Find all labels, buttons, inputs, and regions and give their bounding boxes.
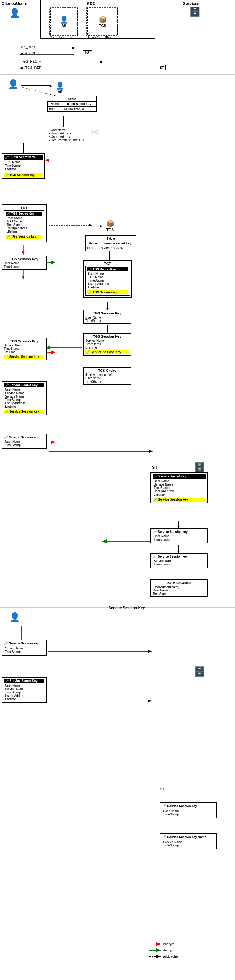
service-session-key-detect: Service Session Key [109,606,145,610]
tgs-actor-2: 📦 TGS [93,217,127,235]
green-arrow-from-st-1 [102,539,150,544]
service-session-key-box-left: 🗝️ Service Session key User NameTimeStam… [2,434,46,449]
arrow-client-as: ▶ [21,85,51,86]
as-actor-2: 👤 AS [51,79,69,96]
client-actor-top: 👤 [9,8,20,18]
client-secret-key-label: ClientSecretKey [50,36,72,39]
services-db-bottom: 🗄️ [194,666,205,677]
arrow-tgs-sk3-left [46,345,83,350]
tgt-box-left: TGT 🗝️ TGS Secret Key User NameTGS NameT… [2,205,46,242]
arrow-tgt-tgs-down: ▼ [107,302,107,308]
arrow-tgs-sk-down: ▼ [107,325,107,331]
st-ssk-user-ts: 🗝️ Service Session key User NameTimeStam… [160,802,217,818]
client-actor-bottom: 👤 [9,612,20,622]
tgs-cache-box: TGS Cache (UserAuthenticator)User NameTi… [83,367,131,385]
arrow-bottom-ssk2-right [47,699,152,704]
tgs-rep-label: ← TGS_REP [21,66,41,69]
tgs-session-key-left: TGS Session Key User NameTimeStamp [2,256,46,270]
arrow-as-down: ▼ [63,116,64,127]
bottom-service-session-key: 🗝️ Service Session key Service NameTimeS… [2,640,46,655]
tgt-box-tgs: TGT 🗝️ TGS Secret Key User NameTGS NameT… [83,260,132,298]
tgs-session-key-3: TGS Session Key Service NameTimeStampLif… [83,333,131,356]
arrow-req-down: ▼ [23,143,24,153]
services-db-st: 🗄️ [194,461,205,473]
request-box: • UserName • UserIpAddress • UserIpAddre… [47,127,100,143]
red-arrow-ssk-right [46,440,55,445]
tgs-session-key-4-left: TGS Session Key Service NameTimeStampLif… [2,338,46,360]
arrow-st-sk-down2: ▼ [178,545,179,552]
svg-line-7 [20,87,56,96]
st-ssk-name: 🗝️ Service Session key Name Service Name… [160,834,217,849]
red-arrow-to-ssk [46,350,55,355]
as-req-label: AS_REQ → [21,45,39,49]
tgs-table: Table Name service secret key PRT 9ad89d… [85,235,136,251]
services-header: Services [183,1,200,6]
st-title-2: ST [160,787,164,791]
tgs-session-key-tgs: TGS Session Key User NameTimeStamp [83,310,131,324]
service-secret-key-label: ServiceSecretKey [87,36,111,39]
st-service-secret-key: 🗝️ Service Secret Key User NameService N… [150,473,208,503]
tgt-badge-top: TGT [83,50,93,55]
green-arrow-tgs-sk [46,260,55,265]
clients-header: Clients/Users [2,1,27,6]
client-secret-key-box: 🗝️ Client Secret Key TOS NameTimeStampLi… [2,153,45,179]
arrow-to-tgs [48,223,93,228]
services-db-top: 🗄️ [189,6,201,17]
tgs-req-label: TGS_REQ → [21,59,42,63]
as-box: 👤 AS [50,8,77,35]
st-service-session-key-1: 🗝️ Service Session key User NameTimeStam… [150,528,208,543]
st-service-session-key-2: 🗝️ Service Session key Service NameTimeS… [150,553,208,568]
service-secret-key-box-left: 🗝️ Service Secret Key User NameService N… [2,381,46,415]
st-badge-top: ST [158,65,166,70]
client-actor-2: 👤 [8,79,19,89]
bottom-service-secret-key: 🗝️ Service Secret Key User NameService N… [2,677,46,703]
as-table: Table Name client secret key Bob 40bd001… [47,96,97,112]
tgs-box-kdc: 📦 TGS [88,8,118,35]
st-service-cache: Service Cache (UserAuthenticator)User Na… [150,579,208,597]
arrow-to-st [48,449,153,454]
st-section-title: ST [152,465,158,470]
arrow-st-sk-down1: ▼ [178,520,179,527]
legend: encrypt decrypt addcache [149,942,178,961]
arrow-tgs-table-down: ▼ [109,251,110,259]
kdc-header: KDC [87,1,96,6]
as-rep-label: ← AS_REP [21,51,39,55]
red-arrow-to-csk [45,158,54,163]
arrow-bottom-ssk-right [47,649,152,654]
